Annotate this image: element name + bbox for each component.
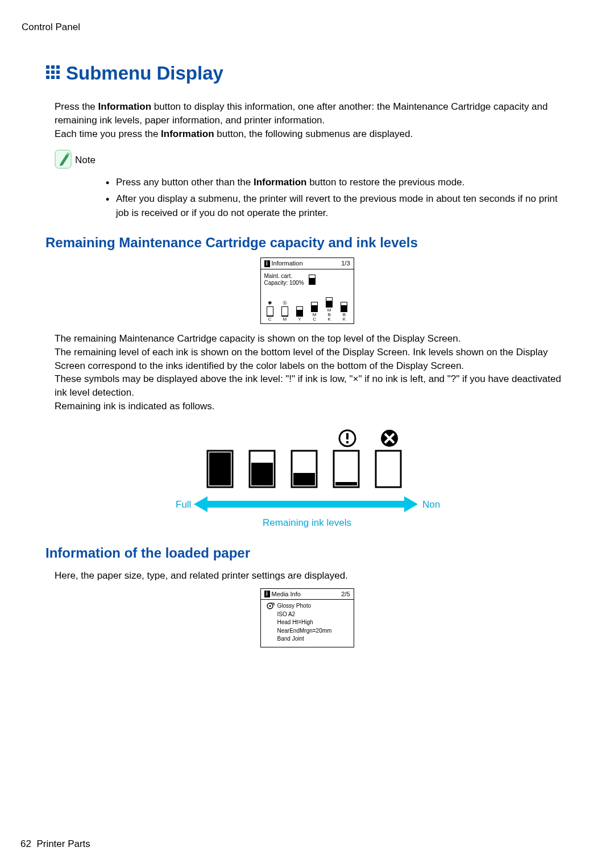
- note-item: After you display a submenu, the printer…: [106, 192, 571, 220]
- running-head: Control Panel: [22, 22, 592, 33]
- media-line: Glossy Photo: [277, 602, 311, 610]
- note-bold: Information: [254, 177, 307, 188]
- note-text: button to restore the previous mode.: [306, 177, 464, 188]
- media-line: NearEndMrgn=20mm: [267, 627, 350, 636]
- note-pencil-icon: [55, 149, 72, 171]
- section-heading-ink: Remaining Maintenance Cartridge capacity…: [45, 235, 592, 251]
- ink-level-diagram: Full None Remaining ink levels: [22, 428, 592, 530]
- ink-col: BK: [339, 296, 349, 322]
- ink-label-mbk: MBK: [327, 308, 331, 322]
- ink-col: MC: [310, 296, 319, 322]
- lcd-maint-line2: Capacity: 100%: [264, 280, 304, 286]
- svg-rect-8: [56, 76, 60, 79]
- note-text: Press any button other than the: [116, 177, 254, 188]
- svg-rect-0: [46, 65, 49, 69]
- intro-text: button, the following submenus are displ…: [214, 128, 413, 139]
- diagram-label-full: Full: [176, 499, 191, 510]
- page-title: Submenu Display: [66, 63, 223, 84]
- note-label: Note: [75, 155, 96, 166]
- page-title-row: Submenu Display: [45, 63, 592, 84]
- lcd-title: Information: [272, 260, 303, 267]
- svg-rect-3: [46, 70, 49, 74]
- svg-rect-21: [251, 463, 273, 485]
- ink-col: ① M: [280, 300, 289, 322]
- section1-body: The remaining Maintenance Cartridge capa…: [55, 332, 571, 413]
- warning-icon: ①: [283, 300, 287, 306]
- svg-marker-29: [194, 496, 208, 512]
- svg-rect-27: [208, 501, 404, 508]
- intro-paragraphs: Press the Information button to display …: [55, 100, 571, 140]
- svg-rect-19: [209, 452, 231, 485]
- svg-rect-7: [51, 76, 55, 79]
- svg-rect-1: [51, 65, 55, 69]
- dot-grid-icon: [45, 65, 60, 82]
- section-heading-paper: Information of the loaded paper: [45, 545, 592, 561]
- page-footer: 62 Printer Parts: [20, 838, 90, 850]
- ink-label-mc: MC: [313, 313, 317, 322]
- lcd-pager: 1/3: [341, 260, 350, 267]
- info-glyph-icon: i: [264, 260, 270, 267]
- lcd-title: Media Info: [272, 591, 301, 598]
- lcd-maint-line1: Maint. cart.: [264, 273, 292, 279]
- intro-bold: Information: [98, 101, 152, 112]
- ink-label-y: Y: [298, 317, 301, 322]
- svg-marker-28: [404, 496, 418, 512]
- footer-section: Printer Parts: [36, 838, 90, 849]
- ink-label-bk: BK: [343, 313, 346, 322]
- page-number: 62: [20, 838, 31, 849]
- body-line: The remaining level of each ink is shown…: [55, 347, 547, 371]
- svg-rect-24: [334, 451, 359, 487]
- roll-paper-icon: [267, 603, 275, 609]
- svg-point-31: [269, 605, 271, 607]
- maint-tank-icon: [309, 275, 316, 285]
- svg-rect-23: [293, 473, 315, 485]
- body-line: These symbols may be displayed above the…: [55, 373, 561, 398]
- svg-rect-9: [55, 150, 71, 168]
- intro-text: Press the: [55, 101, 98, 112]
- svg-rect-2: [56, 65, 60, 69]
- media-line: Band Joint: [267, 635, 350, 643]
- ink-col: MBK: [325, 291, 334, 322]
- note-block: Note Press any button other than the Inf…: [55, 149, 592, 220]
- diagram-label-none: None: [422, 499, 441, 510]
- svg-rect-5: [56, 70, 60, 74]
- body-line: The remaining Maintenance Cartridge capa…: [55, 333, 460, 344]
- gear-icon: ✺: [268, 300, 272, 306]
- lcd-pager: 2/5: [341, 591, 350, 598]
- info-glyph-icon: i: [264, 591, 270, 597]
- svg-rect-6: [46, 76, 49, 79]
- intro-text: Each time you press the: [55, 128, 161, 139]
- svg-rect-14: [346, 441, 349, 443]
- svg-rect-4: [51, 70, 55, 74]
- ink-label-m: M: [283, 317, 287, 322]
- media-line: Head Ht=High: [267, 618, 350, 627]
- body-line: Remaining ink is indicated as follows.: [55, 401, 215, 412]
- lcd-screenshot-information: i Information 1/3 Maint. cart. Capacity:…: [260, 258, 354, 324]
- section2-body: Here, the paper size, type, and related …: [55, 569, 571, 583]
- svg-rect-26: [376, 451, 401, 487]
- ink-label-c: C: [268, 317, 272, 322]
- media-line: ISO A2: [267, 610, 350, 619]
- svg-rect-25: [335, 482, 357, 485]
- diagram-caption: Remaining ink levels: [263, 517, 351, 528]
- note-item: Press any button other than the Informat…: [106, 176, 571, 190]
- lcd-screenshot-media: i Media Info 2/5 Glossy Photo ISO A2 Hea…: [260, 588, 354, 647]
- svg-rect-13: [346, 433, 349, 439]
- ink-col: ✺ C: [265, 300, 275, 322]
- intro-bold: Information: [161, 128, 214, 139]
- ink-col: Y: [295, 300, 304, 322]
